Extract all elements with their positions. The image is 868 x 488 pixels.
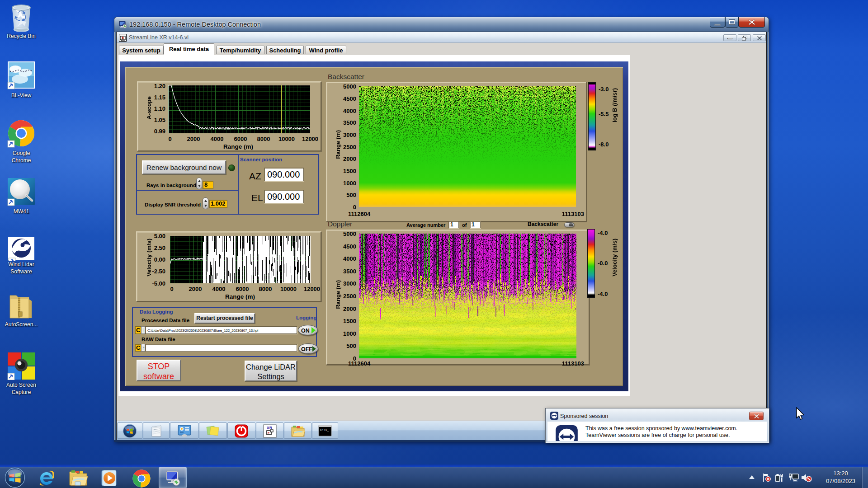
svg-text:C:\>_: C:\>_: [320, 429, 329, 432]
